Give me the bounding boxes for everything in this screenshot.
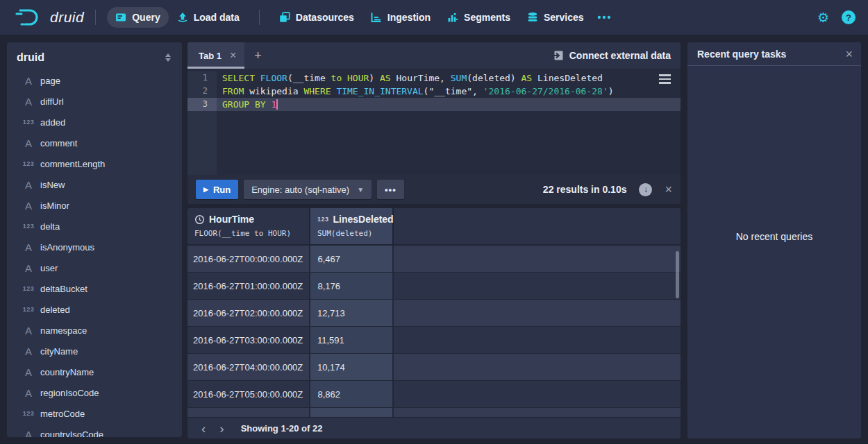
gear-icon[interactable]: ⚙ [817,11,829,24]
segments-icon [447,12,458,23]
editor-line-1[interactable]: 1SELECT FLOOR(__time to HOUR) AS HourTim… [187,71,681,85]
close-tasks-panel-icon[interactable]: × [845,48,853,60]
sidebar-column-cityName[interactable]: AcityName [7,341,182,361]
prev-page-icon[interactable]: ‹ [194,422,212,435]
sidebar-column-added[interactable]: 123added [7,112,182,133]
number-type-icon: 123 [17,119,40,126]
datasource-title[interactable]: druid [17,51,44,64]
sidebar-column-deleted[interactable]: 123deleted [7,299,182,320]
sidebar-column-comment[interactable]: Acomment [7,133,182,153]
column-header-hourtime[interactable]: HourTime FLOOR(__time to HOUR) [187,208,310,244]
nav-item-services[interactable]: Services [519,7,592,28]
sidebar-column-isNew[interactable]: AisNew [7,174,182,195]
sidebar-column-page[interactable]: Apage [7,70,182,91]
table-row: 2016-06-27T01:00:00.000Z8,176 [187,273,681,300]
console-icon [115,12,126,23]
sidebar-column-regionIsoCode[interactable]: AregionIsoCode [7,382,182,403]
line-number: 2 [187,85,217,98]
table-row: 2016-06-27T04:00:00.000Z10,174 [187,354,681,381]
sort-icon[interactable] [164,52,172,63]
top-navbar: druid QueryLoad dataDatasourcesIngestion… [0,0,868,35]
vertical-scrollbar[interactable] [676,251,679,298]
run-button[interactable]: ▶ Run [196,180,238,199]
sidebar-column-diffUrl[interactable]: AdiffUrl [7,91,182,112]
close-results-icon[interactable]: × [665,183,672,196]
table-row: 2016-06-27T05:00:00.000Z8,862 [187,381,681,408]
line-number: 1 [187,71,217,85]
download-icon[interactable]: ↓ [639,183,652,196]
editor-menu-icon[interactable] [659,74,671,84]
nav-item-load-data[interactable]: Load data [169,7,248,28]
number-type-icon: 123 [17,306,40,313]
tasks-panel-header: Recent query tasks × [687,42,861,66]
editor-line-3[interactable]: 3GROUP BY 1 [187,98,681,111]
sidebar-column-metroCode[interactable]: 123metroCode [7,403,182,424]
druid-logo-icon [15,8,43,27]
sidebar-column-countryName[interactable]: AcountryName [7,361,182,382]
druid-console: druid QueryLoad dataDatasourcesIngestion… [0,0,868,444]
string-type-icon: A [17,75,40,87]
number-type-icon: 123 [17,160,40,167]
cell-hourtime[interactable]: 2016-06-27T05:00:00.000Z [187,381,310,407]
sidebar-column-countryIsoCode[interactable]: AcountryIsoCode [7,424,182,437]
column-header-linesdeleted[interactable]: 123 LinesDeleted SUM(deleted) [310,208,394,244]
string-type-icon: A [17,325,40,336]
navbar-divider [259,10,260,25]
cell-linesdeleted[interactable]: 6,467 [310,246,394,272]
string-type-icon: A [17,262,40,274]
sidebar-column-isAnonymous[interactable]: AisAnonymous [7,237,182,257]
cell-linesdeleted[interactable]: 8,862 [310,381,394,407]
connect-external-data-icon [551,50,563,61]
tab-tab1[interactable]: Tab 1 × [187,42,244,69]
navbar-divider [95,10,96,25]
sidebar-column-namespace[interactable]: Anamespace [7,320,182,341]
nav-item-segments[interactable]: Segments [439,7,519,28]
new-tab-button[interactable]: + [244,42,272,69]
query-panel: Tab 1 × + Connect external data 1SELEC [187,42,681,204]
tab-close-icon[interactable]: × [230,50,236,61]
connect-external-data-button[interactable]: Connect external data [542,42,681,69]
results-panel: HourTime FLOOR(__time to HOUR) 123 Lines… [187,208,681,438]
sidebar-column-isMinor[interactable]: AisMinor [7,195,182,216]
number-type-icon: 123 [17,410,40,417]
editor-line-2[interactable]: 2FROM wikipedia WHERE TIME_IN_INTERVAL("… [187,85,681,98]
brand[interactable]: druid [15,8,84,27]
navbar-menu: QueryLoad dataDatasourcesIngestionSegmen… [107,0,592,35]
tasks-panel-title: Recent query tasks [697,49,786,60]
string-type-icon: A [17,179,40,191]
next-page-icon[interactable]: › [212,422,231,435]
cell-hourtime[interactable]: 2016-06-27T04:00:00.000Z [187,354,310,380]
cell-hourtime[interactable]: 2016-06-27T02:00:00.000Z [187,300,310,326]
tab-label: Tab 1 [199,51,222,61]
clock-icon [194,214,205,225]
sidebar-column-delta[interactable]: 123delta [7,216,182,237]
string-type-icon: A [17,345,40,357]
cell-hourtime[interactable]: 2016-06-27T00:00:00.000Z [187,246,310,272]
nav-item-ingestion[interactable]: Ingestion [362,7,439,28]
schema-sidebar: druid ApageAdiffUrl123addedAcomment123co… [7,42,182,437]
number-type-icon: 123 [17,223,40,230]
navbar-more-button[interactable]: ••• [592,12,618,23]
tab-bar: Tab 1 × + Connect external data [187,42,681,69]
run-bar: ▶ Run Engine: auto (sql-native) ▼ ••• 22… [187,175,681,204]
cell-hourtime[interactable]: 2016-06-27T03:00:00.000Z [187,327,310,353]
cell-linesdeleted[interactable]: 8,176 [310,273,394,299]
string-type-icon: A [17,429,40,438]
engine-select[interactable]: Engine: auto (sql-native) ▼ [244,180,372,199]
sidebar-column-commentLength[interactable]: 123commentLength [7,153,182,174]
cell-linesdeleted[interactable]: 12,713 [310,300,394,326]
string-type-icon: A [17,200,40,212]
cell-linesdeleted[interactable]: 10,174 [310,354,394,380]
cell-linesdeleted[interactable]: 11,591 [310,327,394,353]
sidebar-column-deltaBucket[interactable]: 123deltaBucket [7,278,182,299]
sidebar-column-user[interactable]: Auser [7,257,182,278]
services-icon [527,12,538,23]
cell-hourtime[interactable]: 2016-06-27T01:00:00.000Z [187,273,310,299]
sql-editor[interactable]: 1SELECT FLOOR(__time to HOUR) AS HourTim… [187,69,681,175]
query-more-button[interactable]: ••• [377,180,404,199]
nav-item-datasources[interactable]: Datasources [271,7,362,28]
sidebar-header: druid [7,42,182,70]
help-icon[interactable]: ? [842,10,856,24]
nav-item-query[interactable]: Query [107,7,168,28]
table-row: 2016-06-27T02:00:00.000Z12,713 [187,300,681,327]
